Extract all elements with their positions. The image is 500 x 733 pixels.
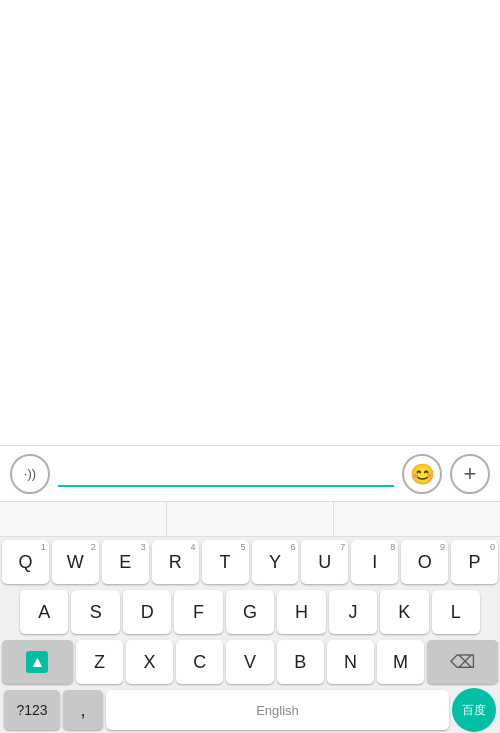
voice-button[interactable]: ·)) — [10, 454, 50, 494]
keyboard: 1 Q 2 W 3 E 4 R 5 T 6 Y — [0, 501, 500, 733]
bottom-bar: ?123 , English 百度 — [0, 687, 500, 733]
key-l[interactable]: L — [432, 590, 480, 634]
key-b[interactable]: B — [277, 640, 324, 684]
shift-key[interactable]: ▲ — [2, 640, 73, 684]
key-v[interactable]: V — [226, 640, 273, 684]
suggestion-3[interactable] — [334, 502, 500, 536]
key-s[interactable]: S — [71, 590, 119, 634]
emoji-icon: 😊 — [410, 462, 435, 486]
key-u[interactable]: 7 U — [301, 540, 348, 584]
key-k[interactable]: K — [380, 590, 428, 634]
key-y[interactable]: 6 Y — [252, 540, 299, 584]
space-key[interactable]: English — [106, 690, 449, 730]
key-a[interactable]: A — [20, 590, 68, 634]
text-input-container — [58, 461, 394, 487]
key-e[interactable]: 3 E — [102, 540, 149, 584]
key-z[interactable]: Z — [76, 640, 123, 684]
comma-key[interactable]: , — [63, 690, 103, 730]
voice-label: ·)) — [24, 466, 36, 481]
suggestion-2[interactable] — [167, 502, 334, 536]
comma-label: , — [80, 700, 85, 721]
suggestion-1[interactable] — [0, 502, 167, 536]
shift-icon: ▲ — [26, 651, 48, 673]
text-input[interactable] — [58, 461, 394, 487]
key-i[interactable]: 8 I — [351, 540, 398, 584]
key-m[interactable]: M — [377, 640, 424, 684]
input-row: ·)) 😊 + — [0, 445, 500, 501]
key-j[interactable]: J — [329, 590, 377, 634]
baidu-label: 百度 — [462, 702, 486, 719]
key-p[interactable]: 0 P — [451, 540, 498, 584]
key-c[interactable]: C — [176, 640, 223, 684]
key-row-1: 1 Q 2 W 3 E 4 R 5 T 6 Y — [0, 537, 500, 587]
key-x[interactable]: X — [126, 640, 173, 684]
key-row-2: A S D F G H J K L — [0, 587, 500, 637]
backspace-key[interactable]: ⌫ — [427, 640, 498, 684]
key-r[interactable]: 4 R — [152, 540, 199, 584]
key-row-3: ▲ Z X C V B N M — [0, 637, 500, 687]
key-o[interactable]: 9 O — [401, 540, 448, 584]
baidu-key[interactable]: 百度 — [452, 688, 496, 732]
space-label: English — [256, 703, 299, 718]
key-q[interactable]: 1 Q — [2, 540, 49, 584]
emoji-button[interactable]: 😊 — [402, 454, 442, 494]
key-f[interactable]: F — [174, 590, 222, 634]
key-h[interactable]: H — [277, 590, 325, 634]
key-g[interactable]: G — [226, 590, 274, 634]
add-button[interactable]: + — [450, 454, 490, 494]
suggestion-bar — [0, 501, 500, 537]
content-area — [0, 0, 500, 445]
add-icon: + — [464, 461, 477, 487]
numbers-key[interactable]: ?123 — [4, 690, 60, 730]
numbers-label: ?123 — [16, 702, 47, 718]
key-d[interactable]: D — [123, 590, 171, 634]
key-w[interactable]: 2 W — [52, 540, 99, 584]
key-n[interactable]: N — [327, 640, 374, 684]
backspace-icon: ⌫ — [450, 651, 475, 673]
key-t[interactable]: 5 T — [202, 540, 249, 584]
